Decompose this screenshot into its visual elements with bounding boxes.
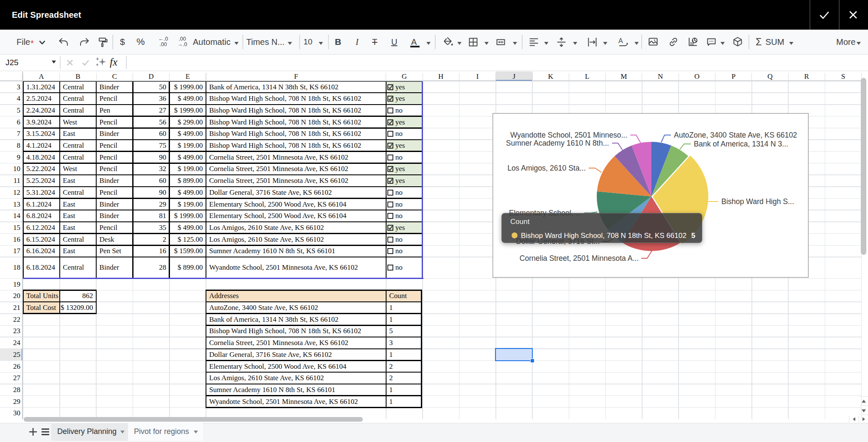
svg-text:Wyandotte School, 2501 Minneso: Wyandotte School, 2501 Minneso... bbox=[510, 131, 627, 139]
svg-text:AutoZone, 3400 State Ave, KS 6: AutoZone, 3400 State Ave, KS 66102 bbox=[674, 131, 797, 139]
svg-text:Bishop Ward High S...: Bishop Ward High S... bbox=[721, 197, 794, 206]
svg-text:Los Amigos, 2610 Sta...: Los Amigos, 2610 Sta... bbox=[507, 164, 586, 172]
svg-text:A: A bbox=[618, 37, 623, 44]
svg-text:Bank of America, 1314 N 3...: Bank of America, 1314 N 3... bbox=[694, 140, 788, 148]
svg-text:Sumner Academy 1610 N 8th...: Sumner Academy 1610 N 8th... bbox=[506, 139, 609, 147]
svg-text:Cornelia Street, 2501 Minnesot: Cornelia Street, 2501 Minnesota A... bbox=[520, 254, 639, 262]
